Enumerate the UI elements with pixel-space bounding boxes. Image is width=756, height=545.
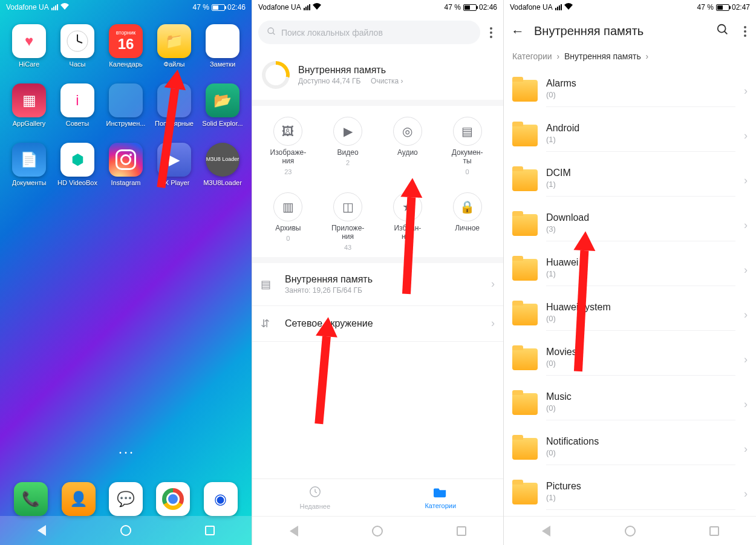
app-mx-player[interactable]: ▶MX Player — [150, 143, 198, 188]
category-личное[interactable]: 🔒Личное — [437, 192, 497, 251]
menu-button[interactable] — [485, 27, 497, 38]
folder-name: HuaweiSystem — [546, 302, 735, 313]
nav-back[interactable] — [539, 524, 553, 538]
chevron-icon: › — [491, 278, 495, 290]
folder-name: DCIM — [546, 168, 735, 178]
app-часы[interactable]: Часы — [53, 24, 102, 69]
app-label: Instagram — [111, 179, 141, 188]
storage-header[interactable]: Внутренняя память Доступно 44,74 ГБ Очис… — [252, 50, 503, 106]
svg-line-7 — [725, 31, 728, 34]
folder-dcim[interactable]: DCIM(1)› — [504, 158, 756, 203]
category-count: 43 — [344, 244, 351, 251]
search-input[interactable]: Поиск локальных файлов — [258, 21, 480, 44]
nav-bar — [504, 516, 756, 545]
folder-alarms[interactable]: Alarms(0)› — [504, 68, 756, 113]
nav-recent[interactable] — [203, 524, 217, 537]
category-приложения[interactable]: ◫Приложе-ния43 — [318, 192, 378, 251]
nav-recent[interactable] — [708, 524, 721, 538]
category-архивы[interactable]: ▥Архивы0 — [258, 192, 318, 251]
category-icon: ▥ — [273, 192, 302, 221]
category-аудио[interactable]: ◎Аудио — [378, 117, 438, 175]
crumb-root[interactable]: Категории — [512, 51, 552, 61]
app-инструмен-[interactable]: Инструмен... — [102, 83, 150, 128]
category-документы[interactable]: ▤Докумен-ты0 — [437, 117, 497, 175]
storage-clean-link[interactable]: Очистка › — [371, 77, 403, 85]
app-календарь[interactable]: вторник16Календарь — [102, 24, 150, 69]
dock-camera[interactable]: ◉ — [204, 482, 238, 516]
folder-huawei[interactable]: Huawei(1)› — [504, 247, 756, 292]
app-hicare[interactable]: ♥HiCare — [5, 24, 53, 69]
row-icon: ▤ — [261, 278, 276, 291]
storage-row[interactable]: ▤Внутренняя памятьЗанято: 19,26 ГБ/64 ГБ… — [252, 263, 503, 306]
chevron-icon: › — [744, 443, 748, 455]
folder-download[interactable]: Download(3)› — [504, 203, 756, 247]
chevron-icon: › — [744, 219, 748, 232]
category-icon: ▤ — [453, 117, 482, 146]
app-icon: вторник16 — [109, 24, 143, 58]
app-hd-videobox[interactable]: ⬢HD VideoBox — [53, 143, 102, 188]
category-count: 0 — [286, 235, 290, 242]
wifi-icon — [60, 3, 69, 11]
category-изображения[interactable]: 🖼Изображе-ния23 — [258, 117, 318, 175]
folder-icon — [434, 486, 447, 501]
dock-contacts[interactable]: 👤 — [62, 482, 96, 516]
app-популярные[interactable]: Популярные — [150, 83, 198, 128]
folder-music[interactable]: Music(0)› — [504, 382, 756, 426]
category-видео[interactable]: ▶Видео2 — [318, 117, 378, 175]
battery-icon — [212, 4, 225, 11]
folder-count: (0) — [546, 314, 735, 323]
app-icon: M3U8 Loader — [206, 143, 240, 177]
nav-back[interactable] — [35, 524, 48, 537]
app-appgallery[interactable]: ▦AppGallery — [5, 83, 53, 128]
category-count: 0 — [406, 244, 409, 251]
folder-movies[interactable]: Movies(0)› — [504, 337, 756, 382]
nav-home[interactable] — [119, 524, 132, 537]
app-instagram[interactable]: Instagram — [102, 143, 150, 188]
folder-count: (0) — [546, 403, 735, 413]
app-советы[interactable]: iСоветы — [53, 83, 102, 128]
folder-huaweisystem[interactable]: HuaweiSystem(0)› — [504, 292, 756, 337]
folder-count: (1) — [546, 135, 735, 144]
category-icon: ◫ — [333, 192, 362, 221]
row-title: Внутренняя память — [285, 274, 483, 285]
tab-recent[interactable]: Недавнее — [252, 479, 378, 516]
app-заметки[interactable]: ≡Заметки — [198, 24, 247, 69]
dock-chrome[interactable] — [156, 482, 190, 516]
app-label: HD VideoBox — [57, 179, 97, 188]
folder-android[interactable]: Android(1)› — [504, 113, 756, 158]
dock-phone[interactable]: 📞 — [14, 482, 48, 516]
tab-recent-label: Недавнее — [299, 503, 330, 510]
app-label: Документы — [12, 179, 47, 188]
chevron-icon: › — [744, 398, 748, 411]
category-избранное[interactable]: ★Избран-ное0 — [378, 192, 438, 251]
app-файлы[interactable]: 📁Файлы — [150, 24, 198, 69]
nav-bar — [0, 516, 252, 545]
category-label: Изображе-ния — [270, 148, 307, 166]
nav-recent[interactable] — [455, 524, 468, 538]
svg-point-3 — [268, 28, 273, 33]
dock-messages[interactable]: 💬 — [109, 482, 143, 516]
search-button[interactable] — [714, 23, 732, 39]
nav-back[interactable] — [287, 524, 301, 538]
app-m3u8loader[interactable]: M3U8 LoaderM3U8Loader — [198, 143, 247, 188]
app-solid-explor-[interactable]: 📂Solid Explor... — [198, 83, 247, 128]
svg-point-6 — [718, 25, 726, 33]
carrier-label: Vodafone UA — [6, 3, 49, 11]
nav-home[interactable] — [371, 524, 384, 538]
folder-notifications[interactable]: Notifications(0)› — [504, 426, 756, 471]
storage-title: Внутренняя память — [298, 65, 403, 76]
menu-button[interactable] — [741, 26, 749, 37]
tab-categories[interactable]: Категории — [378, 479, 504, 516]
app-документы[interactable]: 📄Документы — [5, 143, 53, 188]
storage-row[interactable]: ⇵Сетевое окружение› — [252, 306, 503, 342]
back-button[interactable]: ← — [511, 24, 524, 39]
breadcrumb[interactable]: Категории › Внутренняя память › — [504, 48, 756, 68]
battery-pct: 47 % — [445, 3, 461, 11]
nav-home[interactable] — [624, 524, 637, 538]
app-icon: ▶ — [157, 143, 191, 177]
app-label: Заметки — [210, 60, 235, 69]
folder-pictures[interactable]: Pictures(1)› — [504, 471, 756, 516]
nav-bar — [252, 516, 503, 545]
category-label: Избран-ное — [394, 224, 421, 241]
clock-time: 02:46 — [227, 3, 246, 11]
